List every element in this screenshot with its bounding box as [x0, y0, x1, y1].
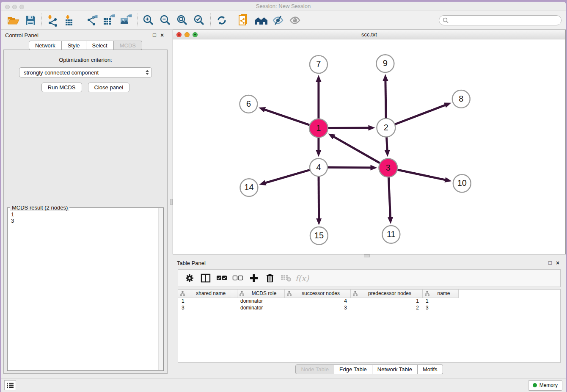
table-cell[interactable]: dominator	[237, 304, 284, 311]
edge-2-9[interactable]	[385, 80, 386, 119]
node-label-1: 1	[316, 123, 321, 133]
show-log-console-button[interactable]	[4, 380, 16, 390]
deselect-all-columns-icon[interactable]	[231, 271, 245, 285]
table-settings-icon[interactable]	[182, 271, 197, 285]
run-mcds-button[interactable]: Run MCDS	[41, 83, 82, 92]
edge-4-3[interactable]	[327, 167, 372, 168]
network-close-icon[interactable]: ×	[176, 32, 182, 37]
column-header-name[interactable]: name	[422, 290, 458, 298]
zoom-selected-icon[interactable]	[191, 13, 208, 28]
table-panel: Table Panel □ ×	[173, 257, 566, 378]
network-canvas[interactable]: 7968124314101511	[173, 39, 565, 254]
refresh-layout-icon[interactable]	[213, 13, 230, 28]
node-label-8: 8	[459, 94, 463, 103]
import-network-icon[interactable]	[44, 13, 61, 28]
copy-network-icon[interactable]	[236, 13, 253, 28]
edge-3-1[interactable]	[333, 136, 381, 164]
table-cell[interactable]: 4	[284, 298, 350, 304]
table-cell[interactable]: 3	[178, 304, 237, 311]
mcds-result-text[interactable]: 1 3	[8, 208, 163, 370]
tab-motifs[interactable]: Motifs	[418, 364, 443, 374]
search-icon	[443, 17, 449, 23]
edge-4-14[interactable]	[264, 170, 311, 183]
export-image-icon[interactable]	[118, 13, 135, 28]
minimize-window-icon[interactable]	[12, 5, 17, 9]
zoom-in-icon[interactable]	[140, 13, 157, 28]
control-panel-title: Control Panel	[5, 32, 39, 39]
close-window-icon[interactable]	[5, 5, 10, 9]
tab-edge-table[interactable]: Edge Table	[334, 364, 372, 374]
table-cell[interactable]: 1	[422, 298, 458, 304]
table-toolbar: f(x)	[178, 269, 561, 287]
delete-column-icon[interactable]	[263, 271, 277, 285]
column-header-successor-nodes[interactable]: successor nodes	[284, 290, 350, 298]
vertical-splitter[interactable]	[170, 30, 173, 378]
table-cell[interactable]: 1	[178, 298, 237, 304]
tab-node-table[interactable]: Node Table	[295, 364, 334, 374]
optimization-criterion-select[interactable]: strongly connected component	[19, 67, 152, 77]
hide-vizmapper-icon[interactable]	[270, 13, 286, 28]
toolbar-separator	[41, 14, 42, 27]
close-panel-icon[interactable]: ×	[158, 32, 166, 38]
edge-3-11[interactable]	[388, 176, 390, 218]
float-panel-icon[interactable]: □	[151, 32, 158, 38]
table-row[interactable]: 1dominator411	[178, 298, 458, 304]
memory-button[interactable]: Memory	[528, 380, 562, 391]
zoom-out-icon[interactable]	[157, 13, 174, 28]
node-table-container: shared nameMCDS rolesuccessor nodesprede…	[178, 289, 561, 363]
table-cell[interactable]: dominator	[237, 298, 284, 304]
tab-style[interactable]: Style	[62, 41, 86, 50]
save-session-icon[interactable]	[22, 13, 39, 28]
edge-1-6[interactable]	[264, 109, 311, 125]
column-header-predecessor-nodes[interactable]: predecessor nodes	[350, 290, 422, 298]
tab-select[interactable]: Select	[86, 41, 114, 50]
table-cell[interactable]: 3	[284, 304, 350, 311]
edge-arrowhead	[368, 125, 375, 130]
close-panel-button[interactable]: Close panel	[88, 83, 130, 92]
splitter-handle[interactable]	[364, 254, 370, 257]
import-table-icon[interactable]	[61, 13, 78, 28]
table-tabs: Node Table Edge Table Network Table Moti…	[173, 363, 566, 375]
table-cell[interactable]: 1	[350, 298, 422, 304]
tab-network-table[interactable]: Network Table	[372, 364, 418, 374]
network-graph[interactable]: 7968124314101511	[173, 39, 565, 254]
open-session-icon[interactable]	[5, 13, 22, 28]
edge-2-3[interactable]	[386, 136, 387, 152]
zoom-window-icon[interactable]	[19, 5, 24, 9]
close-table-panel-icon[interactable]: ×	[554, 260, 561, 266]
tab-network[interactable]: Network	[29, 41, 62, 50]
mcds-result-title: MCDS result (2 nodes)	[10, 204, 69, 211]
result-scrollbar[interactable]	[158, 208, 163, 370]
edge-1-2[interactable]	[327, 128, 370, 128]
export-network-icon[interactable]	[84, 13, 101, 28]
edge-arrowhead	[385, 150, 390, 157]
search-box[interactable]	[439, 15, 561, 25]
horizontal-splitter[interactable]	[173, 254, 566, 257]
column-type-icon	[353, 291, 358, 296]
table-header-row: shared nameMCDS rolesuccessor nodesprede…	[178, 290, 458, 298]
table-cell[interactable]: 2	[350, 304, 422, 311]
zoom-fit-icon[interactable]	[174, 13, 191, 28]
edge-3-10[interactable]	[396, 169, 446, 180]
tab-mcds[interactable]: MCDS	[114, 41, 142, 50]
network-minimize-icon[interactable]: –	[184, 32, 190, 37]
network-window: × – + scc.txt 7968124314101511	[173, 30, 566, 254]
first-neighbors-icon[interactable]	[253, 13, 270, 28]
column-header-MCDS-role[interactable]: MCDS role	[237, 290, 284, 298]
select-all-columns-icon[interactable]	[215, 271, 229, 285]
table-row[interactable]: 3dominator323	[178, 304, 458, 311]
app-titlebar: Session: New Session	[1, 2, 566, 11]
table-cell[interactable]: 3	[422, 304, 458, 311]
export-table-icon[interactable]	[101, 13, 118, 28]
create-column-icon[interactable]	[247, 271, 261, 285]
column-layout-icon[interactable]	[198, 271, 213, 285]
optimization-criterion-label: Optimization criterion:	[4, 57, 167, 63]
edge-4-15[interactable]	[319, 175, 319, 220]
network-maximize-icon[interactable]: +	[193, 32, 198, 37]
show-vizmapper-icon[interactable]	[286, 13, 303, 28]
float-table-panel-icon[interactable]: □	[546, 260, 554, 266]
splitter-handle[interactable]	[170, 199, 173, 205]
column-header-shared-name[interactable]: shared name	[178, 290, 237, 298]
search-input[interactable]	[450, 17, 558, 23]
edge-2-8[interactable]	[394, 105, 446, 124]
